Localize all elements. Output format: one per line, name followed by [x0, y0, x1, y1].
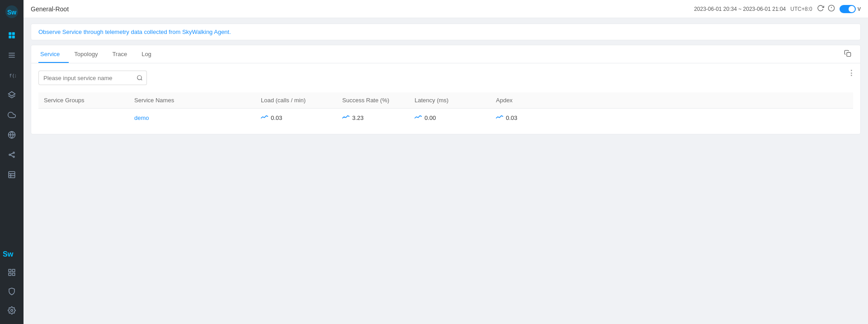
apdex-trend-icon: [496, 114, 503, 121]
page-title: General-Root: [31, 5, 69, 13]
sidebar-item-layers[interactable]: [3, 86, 21, 104]
search-bar: [38, 71, 147, 85]
sidebar-item-shield[interactable]: [3, 282, 21, 300]
svg-rect-26: [13, 273, 15, 276]
tab-topology[interactable]: Topology: [72, 46, 107, 63]
sidebar-item-globe[interactable]: [3, 126, 21, 144]
svg-text:Sw: Sw: [7, 9, 16, 16]
refresh-icon[interactable]: [817, 5, 824, 13]
svg-marker-10: [9, 92, 15, 96]
tab-icon-copy[interactable]: [842, 45, 853, 63]
toggle-container[interactable]: V: [840, 5, 861, 13]
svg-text:Sw: Sw: [3, 249, 14, 257]
sidebar-sw-logo: Sw: [3, 244, 21, 262]
sidebar-item-cloud[interactable]: [3, 106, 21, 124]
info-icon[interactable]: [828, 5, 835, 13]
topbar-icons: [817, 5, 835, 13]
table-row: demo 0.03: [38, 109, 853, 127]
table-panel: ⋮ Service Groups Service Names Load (cal…: [31, 63, 860, 134]
auto-refresh-toggle[interactable]: [840, 5, 856, 13]
svg-rect-18: [9, 172, 15, 178]
latency-trend-icon: [415, 114, 422, 121]
tab-trace[interactable]: Trace: [110, 46, 136, 63]
main-content: General-Root 2023-06-01 20:34 ~ 2023-06-…: [24, 0, 868, 324]
svg-point-13: [9, 154, 10, 156]
tab-log[interactable]: Log: [140, 46, 160, 63]
svg-point-15: [13, 156, 14, 157]
svg-point-32: [137, 76, 141, 80]
svg-point-14: [13, 152, 14, 153]
sidebar-item-list[interactable]: [3, 46, 21, 64]
toggle-label: V: [858, 6, 861, 12]
sidebar: Sw f(x) Sw: [0, 0, 24, 324]
table-header: Service Groups Service Names Load (calls…: [38, 92, 853, 109]
svg-rect-24: [13, 269, 15, 272]
sidebar-item-dashboard[interactable]: [3, 26, 21, 44]
svg-rect-5: [12, 36, 15, 38]
svg-rect-23: [9, 269, 11, 272]
col-header-latency: Latency (ms): [409, 92, 491, 109]
time-range: 2023-06-01 20:34 ~ 2023-06-01 21:04: [694, 6, 786, 12]
load-trend-icon: [261, 114, 268, 121]
cell-apdex: 0.03: [491, 109, 853, 127]
info-banner: Observe Service through telemetry data c…: [31, 24, 861, 40]
col-header-service-names: Service Names: [129, 92, 255, 109]
svg-line-33: [141, 79, 142, 81]
table-body: demo 0.03: [38, 109, 853, 127]
col-header-apdex: Apdex: [491, 92, 853, 109]
svg-line-17: [10, 155, 13, 157]
svg-rect-25: [9, 273, 11, 276]
sidebar-item-function[interactable]: f(x): [3, 66, 21, 84]
apdex-value: 0.03: [506, 114, 517, 121]
tabs-container: Service Topology Trace Log ⋮: [31, 45, 861, 134]
panel-menu-icon[interactable]: ⋮: [848, 69, 855, 77]
col-header-load: Load (calls / min): [255, 92, 337, 109]
service-name-link[interactable]: demo: [134, 114, 149, 121]
cell-service-group: [38, 109, 129, 127]
timezone: UTC+8:0: [790, 6, 812, 12]
search-button[interactable]: [132, 71, 147, 85]
search-input[interactable]: [38, 71, 132, 85]
sidebar-item-dashboard-alt[interactable]: [3, 263, 21, 281]
services-table: Service Groups Service Names Load (calls…: [38, 92, 853, 127]
sidebar-item-table[interactable]: [3, 166, 21, 184]
toggle-knob: [849, 6, 855, 12]
tabs-header: Service Topology Trace Log: [31, 45, 860, 63]
latency-value: 0.00: [425, 114, 436, 121]
svg-rect-3: [12, 32, 15, 35]
col-header-service-groups: Service Groups: [38, 92, 129, 109]
sidebar-item-graph[interactable]: [3, 146, 21, 164]
info-banner-text: Observe Service through telemetry data c…: [38, 29, 231, 35]
svg-rect-2: [9, 32, 11, 35]
topbar: General-Root 2023-06-01 20:34 ~ 2023-06-…: [24, 0, 868, 18]
sidebar-item-settings[interactable]: [3, 301, 21, 319]
cell-load: 0.03: [255, 109, 337, 127]
svg-text:f(x): f(x): [9, 73, 16, 78]
logo[interactable]: Sw: [4, 4, 20, 20]
svg-point-27: [11, 310, 13, 312]
svg-rect-4: [9, 36, 11, 38]
content-area: Observe Service through telemetry data c…: [24, 18, 868, 324]
svg-line-16: [10, 153, 13, 154]
success-trend-icon: [342, 114, 349, 121]
topbar-right: 2023-06-01 20:34 ~ 2023-06-01 21:04 UTC+…: [694, 5, 861, 13]
success-rate-value: 3.23: [352, 114, 363, 121]
cell-success-rate: 3.23: [337, 109, 409, 127]
tab-service[interactable]: Service: [38, 46, 69, 63]
cell-service-name: demo: [129, 109, 255, 127]
cell-latency: 0.00: [409, 109, 491, 127]
svg-rect-31: [847, 52, 851, 57]
col-header-success-rate: Success Rate (%): [337, 92, 409, 109]
load-value: 0.03: [271, 114, 282, 121]
